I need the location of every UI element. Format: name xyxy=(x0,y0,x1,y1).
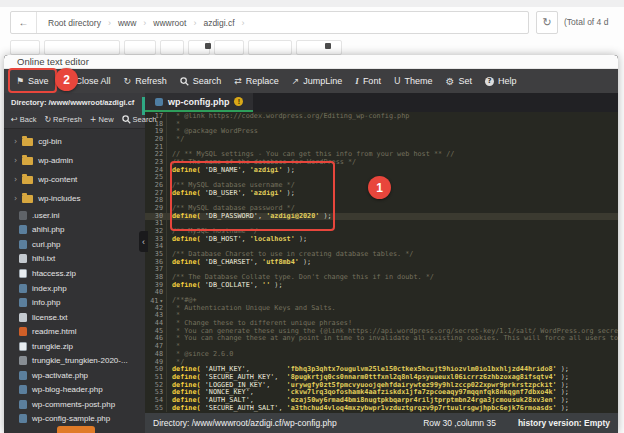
code-line[interactable]: 24define( 'DB_NAME', 'azdigi' ); xyxy=(145,167,618,175)
sidebar-collapse-handle[interactable]: ‹ xyxy=(139,231,148,252)
code-text: /** MySQL hostname */ xyxy=(167,228,618,236)
toolbar-refresh-button[interactable]: ↻Refresh xyxy=(124,76,167,86)
code-text: define( 'LOGGED_IN_KEY', 'urywgfy0zt5fpm… xyxy=(167,382,618,390)
code-line[interactable]: 45 * You can generate these using the {@… xyxy=(145,328,618,336)
tree-item[interactable]: .user.ini xyxy=(4,208,145,223)
sidebar-new-button[interactable]: +New xyxy=(90,115,114,124)
code-line[interactable]: 52define( 'LOGGED_IN_KEY', 'urywgfy0zt5f… xyxy=(145,382,618,390)
code-line[interactable]: 39define( 'DB_COLLATE', '' ); xyxy=(145,282,618,290)
code-line[interactable]: 40 xyxy=(145,289,618,297)
tree-item-label: wp-activate.php xyxy=(32,371,88,380)
code-line[interactable]: 36define( 'DB_CHARSET', 'utf8mb4' ); xyxy=(145,259,618,267)
tree-item[interactable]: trungkie.zip xyxy=(4,339,145,354)
tree-item[interactable]: wp-blog-header.php xyxy=(4,383,145,398)
code-line[interactable]: 19 * @package WordPress xyxy=(145,128,618,136)
tree-item[interactable]: curl.php xyxy=(4,237,145,252)
tree-item[interactable]: ›wp-content xyxy=(4,170,145,189)
breadcrumb-item[interactable]: www xyxy=(113,18,141,28)
tree-item[interactable]: htaccess.zip xyxy=(4,266,145,281)
toolbar-font-button[interactable]: IFont xyxy=(355,76,381,86)
code-line[interactable]: 50define( 'AUTH_KEY', 'fbhq3p3qhtx7ougul… xyxy=(145,366,618,374)
tree-item[interactable]: ›wp-admin xyxy=(4,151,145,170)
code-line[interactable]: 53define( 'NONCE_KEY', 'ckvw7lrq3qofosha… xyxy=(145,389,618,397)
code-line[interactable]: 38/** The Database Collate type. Don't c… xyxy=(145,274,618,282)
tree-item-label: cgi-bin xyxy=(38,137,62,146)
code-line[interactable]: 37 xyxy=(145,266,618,274)
tree-item-label: wp-content xyxy=(38,175,77,184)
tree-item-label: wp-includes xyxy=(38,194,80,203)
back-button[interactable]: ← xyxy=(11,12,37,33)
code-line[interactable]: 44 * Change these to different unique ph… xyxy=(145,320,618,328)
code-line[interactable]: 49 */ xyxy=(145,359,618,367)
tree-item-label: hihi.txt xyxy=(32,254,55,263)
tree-item[interactable]: wp-config-sample.php xyxy=(4,412,145,427)
code-line[interactable]: 31 xyxy=(145,220,618,228)
breadcrumb-item[interactable]: Root directory xyxy=(43,18,106,28)
status-path: Directory: /www/wwwroot/azdigi.cf/wp-con… xyxy=(153,418,337,428)
tree-item[interactable]: license.txt xyxy=(4,310,145,325)
code-text: define( 'DB_USER', 'azdigi' ); xyxy=(167,190,618,198)
tree-item[interactable]: info.php xyxy=(4,295,145,310)
sidebar-back-button[interactable]: ↩Back xyxy=(11,115,36,124)
background-button xyxy=(248,40,292,55)
sidebar-scrollbar[interactable] xyxy=(142,97,145,115)
tree-item[interactable]: ›wp-includes xyxy=(4,189,145,208)
code-line[interactable]: 32/** MySQL hostname */ xyxy=(145,228,618,236)
directory-label: Directory: /www/wwwroot/azdigi.cf xyxy=(4,93,145,111)
code-lines[interactable]: 17 * @link https://codex.wordpress.org/E… xyxy=(145,112,618,413)
toolbar-label: Font xyxy=(363,76,381,86)
code-line[interactable]: 18 * xyxy=(145,121,618,129)
sidebar-refresh-button[interactable]: ↻ReFresh xyxy=(44,115,81,124)
breadcrumb-item[interactable]: wwwroot xyxy=(148,18,191,28)
breadcrumb-item[interactable]: azdigi.cf xyxy=(198,18,239,28)
code-line[interactable]: 33define( 'DB_HOST', 'localhost' ); xyxy=(145,236,618,244)
tree-item[interactable]: ahihi.php xyxy=(4,223,145,238)
code-line[interactable]: 21 xyxy=(145,144,618,152)
code-line[interactable]: 55define( 'SECURE_AUTH_SALT', 'a3thchud4… xyxy=(145,405,618,413)
toolbar-help-button[interactable]: ?Help xyxy=(485,76,517,86)
code-line[interactable]: 20 */ xyxy=(145,136,618,144)
toolbar-set-button[interactable]: ⚙Set xyxy=(446,76,472,87)
toolbar-jumpline-button[interactable]: ↗JumpLine xyxy=(292,76,343,86)
code-line[interactable]: 54define( 'AUTH_SALT', 'ezaj50wy6rmad4bm… xyxy=(145,397,618,405)
toolbar-save-button[interactable]: ⚑Save xyxy=(16,76,49,86)
toolbar-label: Close All xyxy=(76,76,111,86)
caret-icon: › xyxy=(14,175,17,184)
code-line[interactable]: 23/** The name of the database for WordP… xyxy=(145,159,618,167)
code-line[interactable]: 22// ** MySQL settings - You can get thi… xyxy=(145,151,618,159)
status-bar: Directory: /www/wwwroot/azdigi.cf/wp-con… xyxy=(145,413,618,433)
partial-selected-item[interactable] xyxy=(57,426,95,433)
toolbar-search-button[interactable]: Search xyxy=(180,76,222,86)
help-icon: ? xyxy=(485,77,494,86)
tree-item[interactable]: ›cgi-bin xyxy=(4,132,145,151)
zip-file-icon xyxy=(19,342,27,351)
code-text: /** MySQL database password */ xyxy=(167,205,618,213)
code-line[interactable]: 35/** Database Charset to use in creatin… xyxy=(145,251,618,259)
tree-item[interactable]: hihi.txt xyxy=(4,252,145,267)
code-line[interactable]: 41▾/**#@+ xyxy=(145,297,618,305)
editor-toolbar: ⚑SaveClose All↻RefreshSearch⇄Replace↗Jum… xyxy=(4,69,618,93)
tree-item-label: htaccess.zip xyxy=(32,269,76,278)
code-line[interactable]: 29/** MySQL database password */ xyxy=(145,205,618,213)
refresh-button[interactable]: ↻ xyxy=(536,11,558,34)
set-icon: ⚙ xyxy=(446,76,455,87)
code-line[interactable]: 34 xyxy=(145,243,618,251)
code-line[interactable]: 47 * xyxy=(145,343,618,351)
php-file-icon xyxy=(19,400,27,409)
code-line[interactable]: 48 * @since 2.6.0 xyxy=(145,351,618,359)
code-line[interactable]: 43 * xyxy=(145,312,618,320)
code-line[interactable]: 17 * @link https://codex.wordpress.org/E… xyxy=(145,113,618,121)
tree-item[interactable]: index.php xyxy=(4,281,145,296)
code-line[interactable]: 30define( 'DB_PASSWORD', 'azdigi@2020' )… xyxy=(145,213,618,221)
tree-item[interactable]: trungkie_trungkien-2020-... xyxy=(4,353,145,368)
toolbar-theme-button[interactable]: UTheme xyxy=(394,76,433,86)
tree-item[interactable]: wp-activate.php xyxy=(4,368,145,383)
code-line[interactable]: 42 * Authentication Unique Keys and Salt… xyxy=(145,305,618,313)
code-line[interactable]: 46 * You can change these at any point i… xyxy=(145,335,618,343)
tree-item[interactable]: wp-comments-post.php xyxy=(4,397,145,412)
code-line[interactable]: 51define( 'SECURE_AUTH_KEY', '8pugkrtjq0… xyxy=(145,374,618,382)
tab-wp-config[interactable]: wp-config.php ! xyxy=(145,93,253,112)
background-button xyxy=(10,40,40,55)
tree-item[interactable]: readme.html xyxy=(4,324,145,339)
toolbar-replace-button[interactable]: ⇄Replace xyxy=(234,76,279,86)
